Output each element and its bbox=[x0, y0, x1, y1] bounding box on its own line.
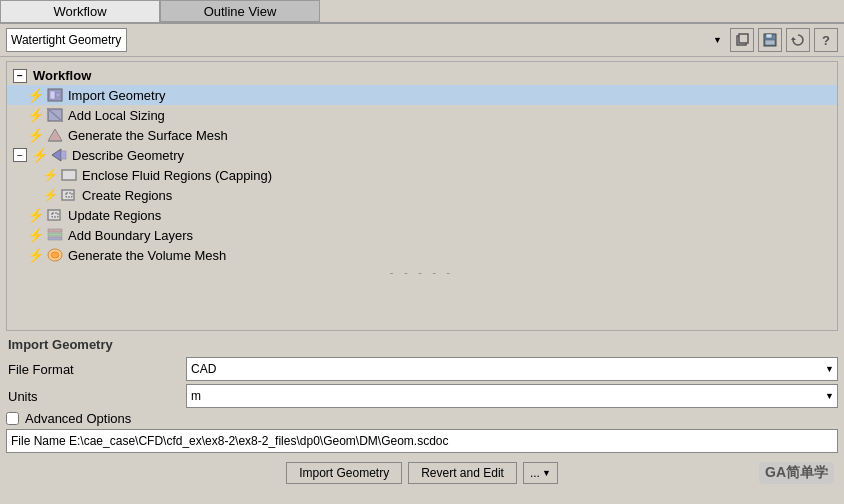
tree-item-generate-surface-mesh[interactable]: ⚡ Generate the Surface Mesh bbox=[7, 125, 837, 145]
file-format-select-wrapper: CAD STL STEP bbox=[186, 357, 838, 381]
label-enclose-fluid: Enclose Fluid Regions (Capping) bbox=[82, 168, 272, 183]
svg-rect-22 bbox=[48, 237, 62, 240]
save-button[interactable] bbox=[758, 28, 782, 52]
toolbar: Watertight Geometry ? bbox=[0, 24, 844, 57]
tree-item-create-regions[interactable]: ⚡ Create Regions bbox=[7, 185, 837, 205]
tree-item-describe-geometry[interactable]: − ⚡ Describe Geometry bbox=[7, 145, 837, 165]
workflow-tree-panel: − Workflow ⚡ Import Geometry ⚡ Add Local… bbox=[6, 61, 838, 331]
svg-marker-11 bbox=[48, 129, 62, 141]
advanced-options-row: Advanced Options bbox=[6, 411, 838, 426]
label-generate-volume-mesh: Generate the Volume Mesh bbox=[68, 248, 226, 263]
svg-rect-3 bbox=[766, 34, 772, 38]
label-generate-surface-mesh: Generate the Surface Mesh bbox=[68, 128, 228, 143]
help-icon: ? bbox=[822, 33, 830, 48]
tree-item-add-local-sizing[interactable]: ⚡ Add Local Sizing bbox=[7, 105, 837, 125]
form-section: Import Geometry File Format CAD STL STEP… bbox=[6, 333, 838, 456]
help-button[interactable]: ? bbox=[814, 28, 838, 52]
lightning-icon-enclose: ⚡ bbox=[43, 168, 58, 182]
svg-rect-15 bbox=[62, 170, 76, 180]
separator-dots: - - - - - bbox=[7, 265, 837, 280]
svg-marker-13 bbox=[52, 149, 61, 161]
item-icon-create-regions bbox=[60, 187, 78, 203]
tab-outline-view[interactable]: Outline View bbox=[160, 0, 320, 22]
workflow-collapse-button[interactable]: − bbox=[13, 69, 27, 83]
units-select-wrapper: m mm cm ft in bbox=[186, 384, 838, 408]
label-import-geometry: Import Geometry bbox=[68, 88, 166, 103]
tree-item-import-geometry[interactable]: ⚡ Import Geometry bbox=[7, 85, 837, 105]
label-create-regions: Create Regions bbox=[82, 188, 172, 203]
svg-rect-20 bbox=[48, 229, 62, 232]
item-icon-boundary-layers bbox=[46, 227, 64, 243]
svg-rect-1 bbox=[739, 34, 748, 43]
lightning-icon-volume: ⚡ bbox=[27, 247, 44, 263]
file-format-row: File Format CAD STL STEP bbox=[6, 357, 838, 381]
svg-rect-4 bbox=[765, 40, 775, 45]
refresh-icon bbox=[791, 33, 805, 47]
item-icon-describe bbox=[50, 147, 68, 163]
svg-marker-5 bbox=[791, 37, 796, 40]
advanced-options-checkbox[interactable] bbox=[6, 412, 19, 425]
item-icon-enclose bbox=[60, 167, 78, 183]
lightning-icon-update: ⚡ bbox=[27, 207, 44, 223]
tab-bar: Workflow Outline View bbox=[0, 0, 844, 24]
workflow-header: − Workflow bbox=[7, 66, 837, 85]
main-content: − Workflow ⚡ Import Geometry ⚡ Add Local… bbox=[0, 57, 844, 503]
svg-rect-21 bbox=[48, 233, 62, 236]
label-describe-geometry: Describe Geometry bbox=[72, 148, 184, 163]
label-add-boundary-layers: Add Boundary Layers bbox=[68, 228, 193, 243]
units-select[interactable]: m mm cm ft in bbox=[186, 384, 838, 408]
workflow-select-wrapper: Watertight Geometry bbox=[6, 28, 726, 52]
file-format-select[interactable]: CAD STL STEP bbox=[186, 357, 838, 381]
label-add-local-sizing: Add Local Sizing bbox=[68, 108, 165, 123]
file-name-row bbox=[6, 429, 838, 453]
svg-point-24 bbox=[51, 252, 59, 258]
watermark: GA简单学 bbox=[759, 462, 834, 484]
item-icon-import bbox=[46, 87, 64, 103]
item-icon-sizing bbox=[46, 107, 64, 123]
bottom-buttons: Import Geometry Revert and Edit ... ▼ bbox=[0, 456, 844, 488]
svg-rect-8 bbox=[56, 93, 60, 97]
tab-workflow[interactable]: Workflow bbox=[0, 0, 160, 22]
save-icon bbox=[763, 33, 777, 47]
units-label: Units bbox=[6, 389, 186, 404]
svg-rect-14 bbox=[61, 151, 66, 159]
label-update-regions: Update Regions bbox=[68, 208, 161, 223]
refresh-button[interactable] bbox=[786, 28, 810, 52]
item-icon-update-regions bbox=[46, 207, 64, 223]
lightning-icon-boundary: ⚡ bbox=[27, 227, 44, 243]
copy-button[interactable] bbox=[730, 28, 754, 52]
copy-icon bbox=[735, 33, 749, 47]
tree-item-update-regions[interactable]: ⚡ Update Regions bbox=[7, 205, 837, 225]
item-icon-volume-mesh bbox=[46, 247, 64, 263]
lightning-icon-surface: ⚡ bbox=[27, 127, 44, 143]
tree-item-add-boundary-layers[interactable]: ⚡ Add Boundary Layers bbox=[7, 225, 837, 245]
item-icon-surface bbox=[46, 127, 64, 143]
describe-collapse-button[interactable]: − bbox=[13, 148, 27, 162]
file-format-label: File Format bbox=[6, 362, 186, 377]
file-name-input[interactable] bbox=[6, 429, 838, 453]
tree-item-generate-volume-mesh[interactable]: ⚡ Generate the Volume Mesh bbox=[7, 245, 837, 265]
lightning-icon-sizing: ⚡ bbox=[27, 107, 44, 123]
tree-item-enclose-fluid[interactable]: ⚡ Enclose Fluid Regions (Capping) bbox=[7, 165, 837, 185]
menu-chevron-icon: ▼ bbox=[542, 468, 551, 478]
form-title: Import Geometry bbox=[6, 333, 838, 354]
units-row: Units m mm cm ft in bbox=[6, 384, 838, 408]
menu-dots-button[interactable]: ... ▼ bbox=[523, 462, 558, 484]
import-geometry-button[interactable]: Import Geometry bbox=[286, 462, 402, 484]
revert-and-edit-button[interactable]: Revert and Edit bbox=[408, 462, 517, 484]
svg-rect-7 bbox=[50, 91, 55, 99]
workflow-header-label: Workflow bbox=[33, 68, 91, 83]
workflow-select[interactable]: Watertight Geometry bbox=[6, 28, 127, 52]
lightning-icon-import: ⚡ bbox=[27, 87, 44, 103]
lightning-icon-describe: ⚡ bbox=[31, 147, 48, 163]
advanced-options-label[interactable]: Advanced Options bbox=[25, 411, 131, 426]
lightning-icon-create: ⚡ bbox=[43, 188, 58, 202]
